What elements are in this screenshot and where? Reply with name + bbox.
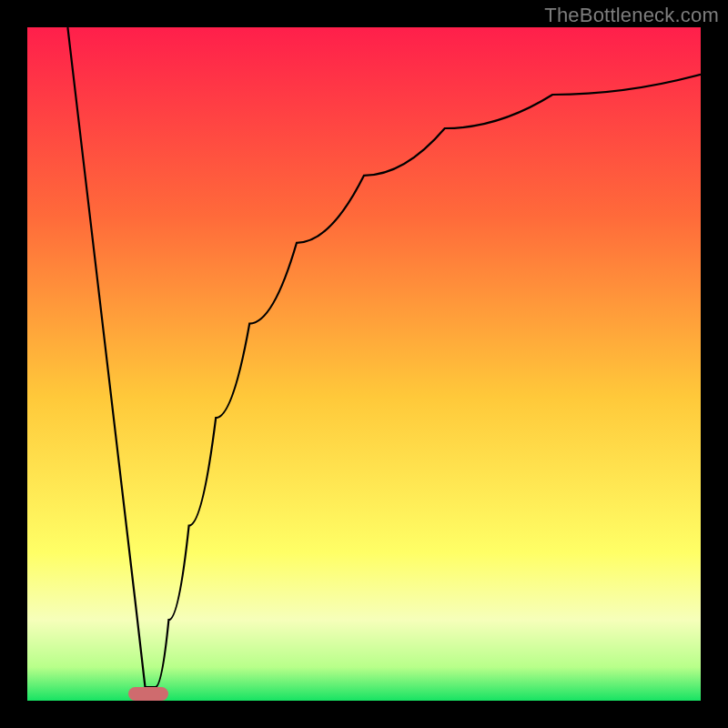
min-marker <box>128 687 168 701</box>
bottleneck-curve <box>27 27 701 701</box>
chart-frame: TheBottleneck.com <box>0 0 728 728</box>
watermark-text: TheBottleneck.com <box>544 4 719 27</box>
plot-area <box>27 27 701 701</box>
